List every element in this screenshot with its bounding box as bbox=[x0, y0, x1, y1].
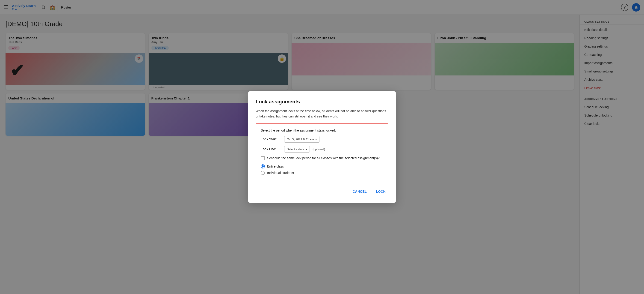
lock-assignments-dialog: Lock assignments When the assignment loc… bbox=[248, 91, 396, 203]
optional-label: (optional) bbox=[312, 147, 325, 151]
lock-button[interactable]: LOCK bbox=[373, 188, 388, 195]
lock-start-value: Oct 5, 2021 9:41 am bbox=[287, 138, 314, 141]
radio-entire-class-label: Entire class bbox=[267, 165, 284, 168]
radio-entire-class-inner bbox=[262, 165, 264, 168]
lock-period-heading: Select the period when the assignment st… bbox=[261, 129, 383, 132]
dialog-title: Lock assignments bbox=[256, 99, 388, 105]
lock-start-label: Lock Start: bbox=[261, 137, 282, 141]
lock-end-chevron: ▾ bbox=[306, 147, 307, 151]
lock-end-row: Lock End: Select a date ▾ (optional) bbox=[261, 146, 383, 153]
schedule-all-classes-label: Schedule the same lock period for all cl… bbox=[267, 156, 380, 161]
cancel-button[interactable]: CANCEL bbox=[350, 188, 370, 195]
radio-entire-class-row[interactable]: Entire class bbox=[261, 164, 383, 168]
radio-individual-students-row[interactable]: Individual students bbox=[261, 171, 383, 175]
dialog-description: When the assignment locks at the time be… bbox=[256, 108, 388, 119]
radio-individual-students-button[interactable] bbox=[261, 171, 265, 175]
lock-period-box: Select the period when the assignment st… bbox=[256, 123, 388, 182]
lock-end-value: Select a date bbox=[287, 147, 304, 151]
lock-start-select[interactable]: Oct 5, 2021 9:41 am ▾ bbox=[284, 136, 320, 143]
lock-start-row: Lock Start: Oct 5, 2021 9:41 am ▾ bbox=[261, 136, 383, 143]
radio-entire-class-button[interactable] bbox=[261, 164, 265, 168]
lock-start-chevron: ▾ bbox=[315, 138, 317, 141]
lock-end-select[interactable]: Select a date ▾ bbox=[284, 146, 310, 153]
schedule-all-classes-checkbox[interactable] bbox=[261, 156, 265, 160]
schedule-all-classes-row: Schedule the same lock period for all cl… bbox=[261, 156, 383, 161]
radio-individual-students-label: Individual students bbox=[267, 171, 294, 175]
dialog-footer: CANCEL LOCK bbox=[256, 188, 388, 195]
dialog-overlay: Lock assignments When the assignment loc… bbox=[0, 0, 644, 294]
lock-end-label: Lock End: bbox=[261, 147, 282, 151]
